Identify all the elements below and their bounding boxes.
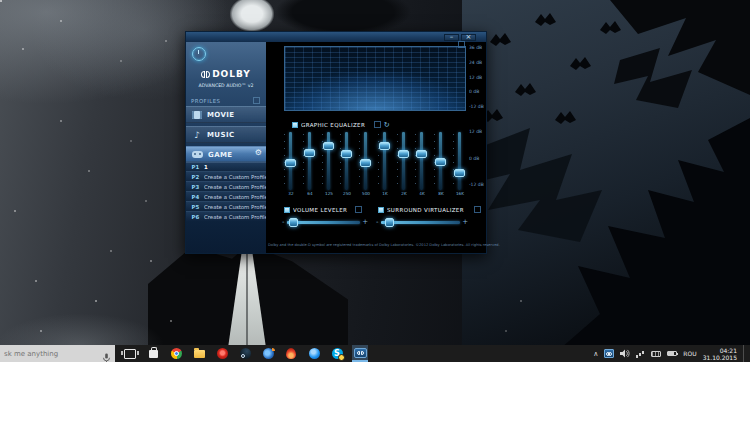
equalizer-reset-icon[interactable] <box>384 122 390 128</box>
spectrum-help-icon[interactable] <box>458 41 465 48</box>
volume-leveler-help-icon[interactable] <box>355 206 362 213</box>
window-titlebar[interactable] <box>186 32 486 42</box>
tray-overflow-chevron-icon[interactable] <box>593 350 598 358</box>
flame-app-taskbar-button[interactable] <box>283 345 299 362</box>
eq-slider-track[interactable] <box>458 132 461 190</box>
eq-slider-handle[interactable] <box>435 158 446 166</box>
eq-frequency-label: 2K <box>397 191 411 196</box>
main-panel: 36 dB24 dB12 dB0 dB-12 dB GRAPHIC EQUALI… <box>266 42 486 253</box>
dolby-tray-icon[interactable] <box>604 349 614 358</box>
skype-taskbar-button[interactable] <box>329 345 345 362</box>
eq-slider-handle[interactable] <box>304 149 315 157</box>
red-app-taskbar-button[interactable] <box>214 345 230 362</box>
clock[interactable]: 04:21 31.10.2015 <box>703 347 737 361</box>
spectrum-db-label: 12 dB <box>469 74 484 79</box>
custom-profile-p1[interactable]: P11 <box>186 161 266 171</box>
eq-band-125: 125 <box>322 132 335 196</box>
equalizer-db-scale: 12 dB0 dB-12 dB <box>469 128 489 188</box>
eq-slider-track[interactable] <box>420 132 423 190</box>
keyboard-icon[interactable] <box>651 351 661 357</box>
dolby-advanced-audio-window: – × DOLBY ADVANCED AUDIO™ v2 PROFILES MO… <box>185 31 487 254</box>
eq-frequency-label: 4K <box>415 191 429 196</box>
custom-profile-key: P5 <box>191 203 199 209</box>
microphone-icon[interactable] <box>102 349 112 359</box>
minus-label: - <box>376 218 379 226</box>
volume-leveler-slider: - + <box>282 217 368 227</box>
firefox-taskbar-button[interactable] <box>260 345 276 362</box>
store-taskbar-button[interactable] <box>145 345 161 362</box>
power-button[interactable] <box>192 47 206 61</box>
eq-band-32: 32 <box>284 132 297 196</box>
custom-profile-p3[interactable]: P3Create a Custom Profile <box>186 181 266 191</box>
show-desktop-button[interactable] <box>743 345 748 362</box>
profiles-help-icon[interactable] <box>253 97 260 104</box>
surround-virtualizer-header: SURROUND VIRTUALIZER <box>378 206 481 213</box>
dolby-taskbar-button[interactable] <box>352 345 368 362</box>
minimize-button[interactable]: – <box>444 34 459 41</box>
eq-slider-track[interactable] <box>345 132 348 190</box>
eq-slider-handle[interactable] <box>285 159 296 167</box>
network-icon[interactable] <box>636 350 645 358</box>
custom-profile-p6[interactable]: P6Create a Custom Profile <box>186 211 266 221</box>
eq-slider-track[interactable] <box>308 132 311 190</box>
volume-icon[interactable] <box>620 349 630 358</box>
custom-profile-p2[interactable]: P2Create a Custom Profile <box>186 171 266 181</box>
eq-band-4K: 4K <box>415 132 428 196</box>
sidebar: DOLBY ADVANCED AUDIO™ v2 PROFILES MOVIEM… <box>186 42 266 253</box>
surround-virtualizer-track[interactable] <box>381 221 461 224</box>
eq-band-500: 500 <box>359 132 372 196</box>
eq-slider-track[interactable] <box>289 132 292 190</box>
custom-profile-name: Create a Custom Profile <box>204 183 268 189</box>
eq-band-64: 64 <box>303 132 316 196</box>
eq-band-2K: 2K <box>397 132 410 196</box>
volume-leveler-checkbox[interactable] <box>284 207 290 213</box>
eq-slider-handle[interactable] <box>341 150 352 158</box>
surround-virtualizer-checkbox[interactable] <box>378 207 384 213</box>
eq-frequency-label: 32 <box>284 191 298 196</box>
task-view-taskbar-button[interactable] <box>122 345 138 362</box>
eq-slider-track[interactable] <box>327 132 330 190</box>
eq-slider-track[interactable] <box>402 132 405 190</box>
taskbar-app-icons <box>115 345 375 362</box>
custom-profile-p5[interactable]: P5Create a Custom Profile <box>186 201 266 211</box>
task-view-icon <box>124 349 136 359</box>
eq-band-8K: 8K <box>434 132 447 196</box>
file-explorer-taskbar-button[interactable] <box>191 345 207 362</box>
custom-profile-key: P3 <box>191 183 199 189</box>
volume-leveler-track[interactable] <box>287 221 361 224</box>
desktop-wallpaper: – × DOLBY ADVANCED AUDIO™ v2 PROFILES MO… <box>0 0 750 362</box>
spectrum-db-label: 24 dB <box>469 60 484 65</box>
equalizer-help-icon[interactable] <box>374 121 381 128</box>
surround-virtualizer-help-icon[interactable] <box>474 206 481 213</box>
volume-leveler-handle[interactable] <box>289 218 298 227</box>
gear-icon[interactable] <box>255 148 262 157</box>
dolby-logo: DOLBY <box>186 69 266 79</box>
profiles-header: PROFILES <box>191 97 220 103</box>
clock-date: 31.10.2015 <box>703 354 737 361</box>
screenshot-white-margin <box>0 362 750 422</box>
eq-slider-track[interactable] <box>383 132 386 190</box>
eq-frequency-label: 64 <box>303 191 317 196</box>
blue-app-taskbar-button[interactable] <box>306 345 322 362</box>
sidebar-item-label: GAME <box>208 151 233 159</box>
surround-virtualizer-handle[interactable] <box>385 218 394 227</box>
eq-slider-handle[interactable] <box>360 159 371 167</box>
language-indicator[interactable]: ROU <box>683 350 696 357</box>
sidebar-item-music[interactable]: MUSIC <box>186 126 266 143</box>
sidebar-item-movie[interactable]: MOVIE <box>186 106 266 123</box>
eq-slider-track[interactable] <box>364 132 367 190</box>
search-input[interactable] <box>0 345 115 362</box>
eq-slider-track[interactable] <box>439 132 442 190</box>
eq-slider-handle[interactable] <box>398 150 409 158</box>
steam-taskbar-button[interactable] <box>237 345 253 362</box>
chrome-taskbar-button[interactable] <box>168 345 184 362</box>
battery-icon[interactable] <box>667 351 677 356</box>
eq-slider-handle[interactable] <box>379 142 390 150</box>
close-button[interactable]: × <box>461 34 476 41</box>
equalizer-checkbox[interactable] <box>292 122 298 128</box>
custom-profile-p4[interactable]: P4Create a Custom Profile <box>186 191 266 201</box>
eq-slider-handle[interactable] <box>416 150 427 158</box>
eq-slider-handle[interactable] <box>323 142 334 150</box>
eq-slider-handle[interactable] <box>454 169 465 177</box>
volume-leveler-header: VOLUME LEVELER <box>284 206 362 213</box>
